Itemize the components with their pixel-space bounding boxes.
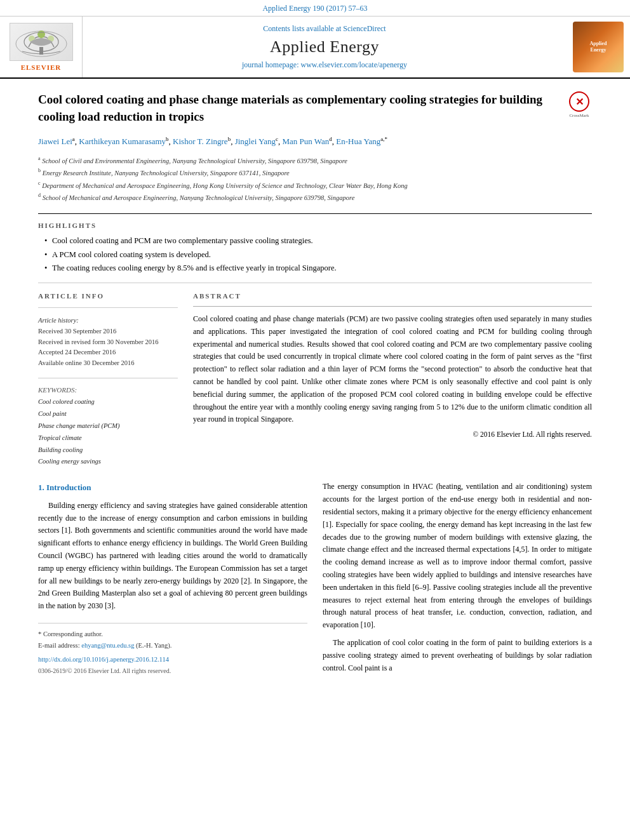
- footnote-section: * Corresponding author. E-mail address: …: [38, 623, 307, 677]
- highlights-list: Cool colored coating and PCM are two com…: [38, 234, 592, 275]
- author-enhua: En-Hua Yang: [336, 137, 380, 147]
- highlight-item-2: A PCM cool colored coating system is dev…: [44, 248, 592, 262]
- science-direct-text[interactable]: ScienceDirect: [343, 24, 385, 33]
- intro-heading: 1. Introduction: [38, 481, 307, 494]
- intro-para-right-1: The energy consumption in HVAC (heating,…: [323, 481, 592, 632]
- crossmark-badge: ✕ CrossMark: [566, 91, 592, 118]
- header-divider: [38, 213, 592, 214]
- article-info-rule: [38, 307, 178, 308]
- doi-line: http://dx.doi.org/10.1016/j.apenergy.201…: [38, 654, 307, 665]
- elsevier-tree-svg: [13, 25, 70, 60]
- keyword-3: Phase change material (PCM): [38, 420, 178, 432]
- science-direct-link: Contents lists available at ScienceDirec…: [263, 24, 385, 34]
- abstract-copyright: © 2016 Elsevier Ltd. All rights reserved…: [193, 429, 592, 440]
- footnote-corresponding: * Corresponding author.: [38, 629, 307, 640]
- keyword-2: Cool paint: [38, 408, 178, 420]
- journal-title: Applied Energy: [270, 37, 379, 57]
- journal-header: ELSEVIER Contents lists available at Sci…: [0, 17, 630, 79]
- intro-col-left: 1. Introduction Building energy efficien…: [38, 481, 307, 679]
- highlights-label: HIGHLIGHTS: [38, 222, 592, 229]
- keywords-section: Keywords: Cool colored coating Cool pain…: [38, 386, 178, 468]
- keywords-rule: [38, 378, 178, 378]
- svg-point-2: [37, 30, 45, 38]
- issn-line: 0306-2619/© 2016 Elsevier Ltd. All right…: [38, 666, 307, 677]
- keywords-label: Keywords:: [38, 386, 178, 394]
- article-title: Cool colored coating and phase change ma…: [38, 91, 556, 125]
- highlights-divider: [38, 283, 592, 283]
- article-title-section: Cool colored coating and phase change ma…: [38, 91, 592, 125]
- affiliation-c: c Department of Mechanical and Aerospace…: [38, 179, 592, 191]
- article-info-label: ARTICLE INFO: [38, 292, 178, 300]
- crossmark-icon: ✕: [569, 91, 589, 112]
- badge-energy: Energy: [591, 47, 607, 53]
- highlights-section: HIGHLIGHTS Cool colored coating and PCM …: [38, 222, 592, 275]
- journal-homepage: journal homepage: www.elsevier.com/locat…: [242, 60, 407, 70]
- keyword-1: Cool colored coating: [38, 396, 178, 408]
- affiliations: a School of Civil and Environmental Engi…: [38, 154, 592, 203]
- author-manpun: Man Pun Wan: [282, 137, 329, 147]
- doi-link[interactable]: http://dx.doi.org/10.1016/j.apenergy.201…: [38, 656, 169, 663]
- intro-col-right: The energy consumption in HVAC (heating,…: [323, 481, 592, 679]
- article-info-abstract: ARTICLE INFO Article history: Received 3…: [38, 292, 592, 468]
- authors: Jiawei Leia, Karthikeyan Kumarasamyb, Ki…: [38, 134, 592, 149]
- svg-point-3: [48, 36, 54, 42]
- journal-reference-bar: Applied Energy 190 (2017) 57–63: [0, 0, 630, 17]
- article-info-section: ARTICLE INFO Article history: Received 3…: [38, 292, 178, 369]
- badge-applied: Applied: [589, 41, 607, 47]
- intro-para-1: Building energy efficiency and saving st…: [38, 500, 307, 613]
- elsevier-logo-image: [10, 23, 73, 61]
- revised-date: Received in revised form 30 November 201…: [38, 337, 178, 348]
- elsevier-logo-section: ELSEVIER: [0, 17, 83, 77]
- received-date: Received 30 September 2016: [38, 326, 178, 337]
- applied-energy-badge: Applied Energy: [573, 22, 624, 72]
- elsevier-text: ELSEVIER: [21, 63, 62, 71]
- accepted-date: Accepted 24 December 2016: [38, 347, 178, 358]
- main-content: Cool colored coating and phase change ma…: [0, 79, 630, 698]
- keyword-4: Tropical climate: [38, 432, 178, 444]
- keyword-5: Building cooling: [38, 444, 178, 457]
- author-jinglei: Jinglei Yang: [235, 137, 276, 147]
- introduction-section: 1. Introduction Building energy efficien…: [38, 481, 592, 679]
- footnote-email: E-mail address: ehyang@ntu.edu.sg (E.-H.…: [38, 640, 307, 651]
- affiliation-d: d School of Mechanical and Aerospace Eng…: [38, 191, 592, 203]
- svg-point-1: [29, 36, 35, 42]
- affiliation-a: a School of Civil and Environmental Engi…: [38, 154, 592, 166]
- intro-para-right-2: The application of cool color coating in…: [323, 637, 592, 674]
- journal-homepage-url[interactable]: www.elsevier.com/locate/apenergy: [301, 60, 408, 69]
- introduction-two-col: 1. Introduction Building energy efficien…: [38, 481, 592, 679]
- journal-center: Contents lists available at ScienceDirec…: [83, 17, 566, 77]
- highlight-item-3: The coating reduces cooling energy by 8.…: [44, 262, 592, 275]
- highlight-item-1: Cool colored coating and PCM are two com…: [44, 234, 592, 248]
- svg-rect-4: [39, 47, 43, 55]
- crossmark-label: CrossMark: [569, 113, 589, 118]
- article-history-label: Article history:: [38, 316, 178, 326]
- abstract-rule: [193, 306, 592, 307]
- svg-point-0: [16, 31, 67, 57]
- abstract-text: Cool colored coating and phase change ma…: [193, 313, 592, 426]
- abstract-label: ABSTRACT: [193, 292, 592, 300]
- footnote-email-link[interactable]: ehyang@ntu.edu.sg: [81, 642, 134, 649]
- author-karthikeyan: Karthikeyan Kumarasamy: [79, 137, 166, 147]
- article-info-col: ARTICLE INFO Article history: Received 3…: [38, 292, 178, 468]
- affiliation-b: b Energy Research Institute, Nanyang Tec…: [38, 166, 592, 178]
- author-kishor: Kishor T. Zingre: [173, 137, 228, 147]
- author-jiawei: Jiawei Lei: [38, 137, 72, 147]
- available-date: Available online 30 December 2016: [38, 358, 178, 369]
- applied-energy-logo: Applied Energy: [566, 17, 630, 77]
- abstract-col: ABSTRACT Cool colored coating and phase …: [193, 292, 592, 468]
- journal-reference: Applied Energy 190 (2017) 57–63: [262, 4, 367, 13]
- keyword-6: Cooling energy savings: [38, 456, 178, 468]
